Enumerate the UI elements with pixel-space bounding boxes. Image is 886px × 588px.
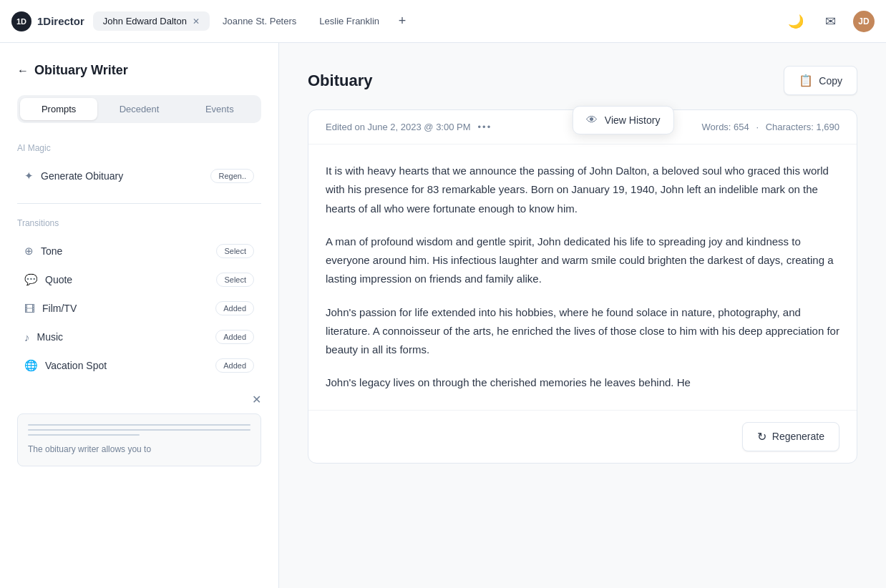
quote-badge[interactable]: Select bbox=[216, 273, 254, 287]
page-title: Obituary bbox=[308, 72, 372, 90]
tone-badge[interactable]: Select bbox=[216, 244, 254, 258]
main-header: Obituary 📋 Copy bbox=[308, 66, 857, 95]
obit-paragraph-3: John's passion for life extended into hi… bbox=[326, 303, 839, 360]
music-badge[interactable]: Added bbox=[215, 330, 254, 344]
view-history-dropdown[interactable]: 👁 View History bbox=[573, 106, 674, 134]
tab-decedent[interactable]: Decedent bbox=[100, 98, 177, 120]
tab-close-icon[interactable]: ✕ bbox=[193, 16, 200, 26]
add-tab-button[interactable]: + bbox=[392, 11, 412, 31]
panel-line-2 bbox=[28, 429, 250, 431]
obit-paragraph-1: It is with heavy hearts that we announce… bbox=[326, 162, 839, 218]
logo-icon: 1D bbox=[11, 11, 31, 31]
transitions-section: Transitions ⊕ Tone Select 💬 Quote Select… bbox=[17, 203, 261, 378]
history-eye-icon: 👁 bbox=[586, 114, 598, 127]
quote-item[interactable]: 💬 Quote Select bbox=[17, 267, 261, 293]
back-arrow-icon: ← bbox=[17, 64, 29, 77]
ai-magic-label: AI Magic bbox=[17, 143, 261, 153]
app-name: 1Director bbox=[37, 15, 84, 27]
dark-mode-icon[interactable]: 🌙 bbox=[784, 10, 807, 33]
transitions-label: Transitions bbox=[17, 218, 261, 228]
obit-stats: Words: 654 · Characters: 1,690 bbox=[702, 122, 839, 132]
copy-button[interactable]: 📋 Copy bbox=[784, 66, 857, 95]
tab-prompts[interactable]: Prompts bbox=[20, 98, 97, 120]
quote-icon: 💬 bbox=[24, 273, 38, 286]
nav-right: 🌙 ✉ JD bbox=[784, 10, 875, 33]
close-panel: ✕ bbox=[17, 393, 261, 406]
sidebar-tab-bar: Prompts Decedent Events bbox=[17, 95, 261, 123]
film-badge[interactable]: Added bbox=[215, 301, 254, 315]
generate-icon: ✦ bbox=[24, 170, 34, 182]
more-options-button[interactable]: ••• bbox=[478, 122, 492, 132]
copy-icon: 📋 bbox=[799, 74, 813, 87]
panel-line-1 bbox=[28, 424, 250, 426]
close-icon[interactable]: ✕ bbox=[252, 393, 261, 406]
vacation-spot-item[interactable]: 🌐 Vacation Spot Added bbox=[17, 353, 261, 378]
generate-badge[interactable]: Regen.. bbox=[210, 169, 254, 183]
regenerate-icon: ↻ bbox=[757, 430, 766, 444]
sidebar-title: Obituary Writer bbox=[34, 63, 128, 78]
layout: ← Obituary Writer Prompts Decedent Event… bbox=[0, 43, 886, 588]
back-link[interactable]: ← Obituary Writer bbox=[17, 63, 261, 78]
nav-tabs: John Edward Dalton ✕ Joanne St. Peters L… bbox=[93, 11, 784, 31]
nav-tab-leslie[interactable]: Leslie Franklin bbox=[309, 11, 389, 31]
edited-label: Edited on June 2, 2023 @ 3:00 PM bbox=[326, 122, 471, 132]
tab-events[interactable]: Events bbox=[181, 98, 258, 120]
music-icon: ♪ bbox=[24, 331, 30, 343]
obit-body: It is with heavy hearts that we announce… bbox=[308, 144, 857, 410]
main-content: Obituary 📋 Copy 👁 View History Edited on… bbox=[279, 43, 886, 588]
music-item[interactable]: ♪ Music Added bbox=[17, 324, 261, 350]
regenerate-button[interactable]: ↻ Regenerate bbox=[742, 422, 839, 451]
tone-item[interactable]: ⊕ Tone Select bbox=[17, 238, 261, 264]
avatar[interactable]: JD bbox=[853, 11, 875, 32]
film-icon: 🎞 bbox=[24, 303, 35, 315]
mail-icon[interactable]: ✉ bbox=[819, 10, 842, 33]
vacation-icon: 🌐 bbox=[24, 359, 38, 372]
regen-bar: ↻ Regenerate bbox=[308, 410, 857, 463]
nav-tab-john[interactable]: John Edward Dalton ✕ bbox=[93, 11, 210, 31]
generate-obituary-label: Generate Obituary bbox=[41, 170, 203, 182]
panel-description: The obituary writer allows you to bbox=[28, 443, 250, 456]
generate-obituary-item[interactable]: ✦ Generate Obituary Regen.. bbox=[17, 163, 261, 189]
tone-icon: ⊕ bbox=[24, 245, 34, 258]
panel-line-3 bbox=[28, 434, 140, 436]
sidebar: ← Obituary Writer Prompts Decedent Event… bbox=[0, 43, 279, 588]
info-panel: The obituary writer allows you to bbox=[17, 413, 261, 466]
obit-paragraph-2: A man of profound wisdom and gentle spir… bbox=[326, 232, 839, 289]
top-nav: 1D 1Director John Edward Dalton ✕ Joanne… bbox=[0, 0, 886, 43]
obit-paragraph-4: John's legacy lives on through the cheri… bbox=[326, 373, 839, 392]
view-history-label: View History bbox=[605, 114, 661, 126]
app-logo[interactable]: 1D 1Director bbox=[11, 11, 84, 31]
obituary-card: Edited on June 2, 2023 @ 3:00 PM ••• Wor… bbox=[308, 109, 857, 464]
vacation-badge[interactable]: Added bbox=[215, 358, 254, 373]
film-tv-item[interactable]: 🎞 Film/TV Added bbox=[17, 295, 261, 321]
nav-tab-joanne[interactable]: Joanne St. Peters bbox=[213, 11, 306, 31]
